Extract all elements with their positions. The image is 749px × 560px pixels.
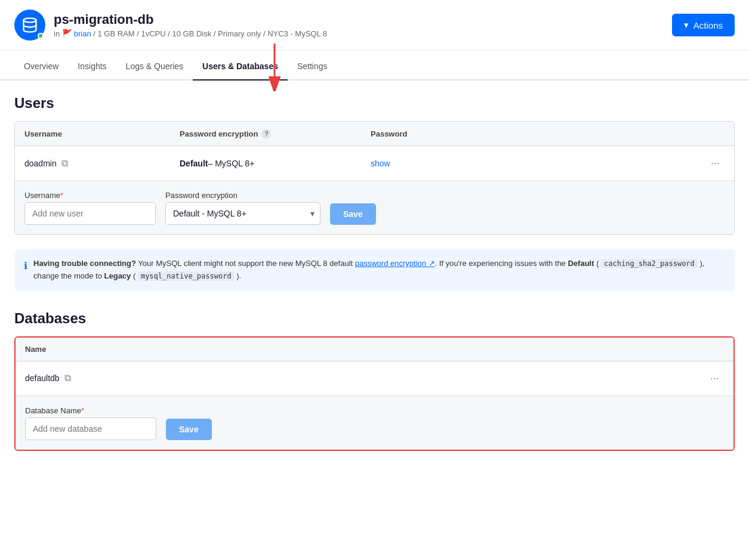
users-table-header: Username Password encryption ? Password [15,122,734,146]
table-row: doadmin ⧉ Default– MySQL 8+ show ··· [15,146,734,181]
db-icon [14,10,45,41]
user-password-cell: show [361,150,710,177]
main-content: Users Username Password encryption ? Pas… [0,81,749,465]
copy-dbname-icon[interactable]: ⧉ [64,373,71,383]
page-header: ps-migration-db in 🚩 brian / 1 GB RAM / … [0,0,749,51]
users-col-actions [710,122,734,146]
username-form-group: Username* [24,191,156,225]
save-user-button[interactable]: Save [330,203,376,225]
users-section-title: Users [14,95,735,112]
db-col-name: Name [16,338,710,361]
db-name-cell: defaultdb ⧉ [16,364,710,392]
dbname-label: Database Name* [25,406,156,415]
trouble-info-box: ℹ Having trouble connecting? Your MySQL … [14,249,735,291]
encryption-form-label: Password encryption [165,191,320,200]
save-database-button[interactable]: Save [166,419,212,440]
show-password-link[interactable]: show [371,159,390,168]
chevron-down-icon: ▾ [684,20,689,30]
header-info: ps-migration-db in 🚩 brian / 1 GB RAM / … [54,12,327,38]
encryption-select-wrap: Default - MySQL 8+ Legacy - MySQL 5.x ▾ [165,202,320,225]
copy-username-icon[interactable]: ⧉ [61,158,68,169]
encryption-help-icon[interactable]: ? [261,129,271,138]
tab-insights[interactable]: Insights [68,53,116,81]
db-row-ellipsis-button[interactable]: ··· [705,370,724,387]
tab-users-databases[interactable]: Users & Databases [193,53,288,81]
user-username-cell: doadmin ⧉ [15,150,170,177]
databases-table: Name defaultdb ⧉ ··· Database Name* [14,336,735,451]
subtitle-in: in [54,29,62,38]
encryption-form-group: Password encryption Default - MySQL 8+ L… [165,191,320,225]
databases-table-header: Name [16,338,733,361]
add-user-input[interactable] [24,202,156,225]
dbname-form-group: Database Name* [25,406,156,440]
tabs-nav: Overview Insights Logs & Queries Users &… [0,53,749,81]
tab-logs-queries[interactable]: Logs & Queries [116,53,193,81]
info-text: Having trouble connecting? Your MySQL cl… [33,258,725,283]
header-left: ps-migration-db in 🚩 brian / 1 GB RAM / … [14,10,327,41]
add-database-form-row: Database Name* Save [16,396,733,450]
password-encryption-link[interactable]: password encryption ↗ [355,259,435,268]
db-col-actions [710,338,733,361]
svg-point-0 [24,18,36,22]
user-encryption-cell: Default– MySQL 8+ [170,150,361,177]
db-subtitle: in 🚩 brian / 1 GB RAM / 1vCPU / 10 GB Di… [54,29,327,38]
user-row-ellipsis-button[interactable]: ··· [706,154,725,172]
tab-settings[interactable]: Settings [288,53,337,81]
databases-section-title: Databases [14,310,735,327]
tab-overview[interactable]: Overview [14,53,68,81]
user-row-actions-cell: ··· [710,146,734,180]
info-icon: ℹ [24,258,27,274]
users-table: Username Password encryption ? Password … [14,121,735,235]
users-col-username: Username [15,122,170,146]
db-title: ps-migration-db [54,12,327,27]
owner-link[interactable]: brian [74,29,91,38]
databases-section: Databases Name defaultdb ⧉ ··· [14,310,735,451]
add-database-input[interactable] [25,417,156,440]
db-row-actions-cell: ··· [710,361,733,395]
status-dot [38,33,44,39]
users-section: Users Username Password encryption ? Pas… [14,95,735,291]
actions-button[interactable]: ▾ Actions [672,14,735,36]
users-col-encryption: Password encryption ? [170,122,361,146]
subtitle-post: / 1 GB RAM / 1vCPU / 10 GB Disk / Primar… [93,29,327,38]
username-label: Username* [24,191,156,200]
encryption-select[interactable]: Default - MySQL 8+ Legacy - MySQL 5.x [165,202,320,225]
table-row: defaultdb ⧉ ··· [16,361,733,396]
add-user-form-row: Username* Password encryption Default - … [15,181,734,234]
users-col-password: Password [361,122,710,146]
